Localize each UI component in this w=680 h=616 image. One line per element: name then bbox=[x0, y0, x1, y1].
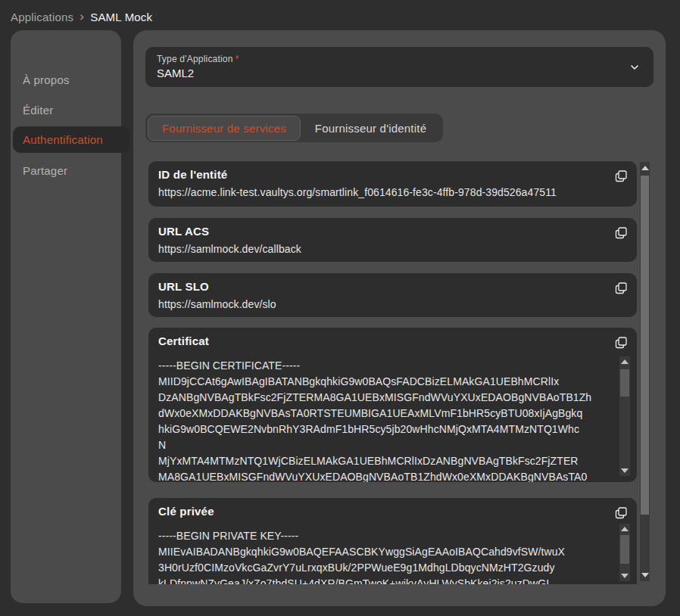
field-private-key-label: Clé privée bbox=[158, 505, 214, 518]
field-private-key: Clé privée -----BEGIN PRIVATE KEY----- M… bbox=[148, 498, 637, 584]
copy-icon[interactable] bbox=[611, 503, 631, 523]
copy-icon[interactable] bbox=[611, 223, 631, 243]
field-acs-url: URL ACS https://samlmock.dev/callback bbox=[148, 218, 637, 262]
certificate-text[interactable]: -----BEGIN CERTIFICATE----- MIID9jCCAt6g… bbox=[158, 358, 611, 482]
fields-scroll-area[interactable]: ID de l'entité https://acme.link-test.va… bbox=[133, 159, 637, 584]
application-type-select[interactable]: Type d'Application* SAML2 bbox=[145, 47, 653, 87]
tab-fournisseur-de-services[interactable]: Fournisseur de services bbox=[148, 116, 301, 141]
breadcrumb-current: SAML Mock bbox=[90, 11, 152, 23]
field-entity-id-value: https://acme.link-test.vaultys.org/smart… bbox=[158, 186, 557, 198]
scroll-up-icon[interactable] bbox=[641, 166, 649, 170]
field-acs-url-value: https://samlmock.dev/callback bbox=[158, 243, 301, 255]
sidebar-item-authentification[interactable]: Authentification bbox=[13, 126, 129, 153]
scroll-down-icon[interactable] bbox=[641, 573, 649, 577]
copy-icon[interactable] bbox=[611, 278, 631, 298]
scroll-up-icon[interactable] bbox=[621, 359, 629, 364]
scroll-down-icon[interactable] bbox=[621, 574, 629, 578]
breadcrumb: Applications › SAML Mock bbox=[11, 8, 152, 25]
sidebar-item-partager[interactable]: Partager bbox=[23, 164, 67, 177]
chevron-down-icon bbox=[629, 62, 640, 73]
scrollbar-thumb[interactable] bbox=[620, 535, 629, 564]
app-screen: Applications › SAML Mock À propos Éditer… bbox=[0, 0, 680, 616]
private-key-scrollbar[interactable] bbox=[619, 524, 630, 581]
copy-icon[interactable] bbox=[611, 166, 631, 186]
sidebar: À propos Éditer Authentification Partage… bbox=[11, 30, 121, 603]
scroll-down-icon[interactable] bbox=[621, 468, 629, 473]
fields-scrollbar[interactable] bbox=[640, 162, 650, 581]
field-slo-url-value: https://samlmock.dev/slo bbox=[158, 298, 276, 310]
certificate-scrollbar[interactable] bbox=[619, 356, 630, 476]
field-acs-url-label: URL ACS bbox=[158, 225, 209, 238]
sidebar-item-editer[interactable]: Éditer bbox=[23, 104, 53, 117]
scrollbar-thumb[interactable] bbox=[620, 369, 629, 397]
breadcrumb-chevron-icon: › bbox=[80, 10, 84, 24]
field-certificate-label: Certificat bbox=[158, 334, 209, 347]
application-type-label: Type d'Application* bbox=[157, 54, 239, 64]
main-panel: Type d'Application* SAML2 Fournisseur de… bbox=[133, 30, 666, 606]
copy-icon[interactable] bbox=[611, 333, 631, 353]
field-entity-id: ID de l'entité https://acme.link-test.va… bbox=[148, 161, 637, 207]
sidebar-item-authentification-label: Authentification bbox=[23, 133, 103, 146]
tab-fournisseur-didentite[interactable]: Fournisseur d'identité bbox=[301, 116, 441, 141]
breadcrumb-link-applications[interactable]: Applications bbox=[11, 11, 73, 23]
field-slo-url: URL SLO https://samlmock.dev/slo bbox=[148, 273, 637, 317]
required-asterisk: * bbox=[236, 54, 239, 64]
scrollbar-thumb[interactable] bbox=[641, 176, 649, 515]
field-certificate: Certificat -----BEGIN CERTIFICATE----- M… bbox=[148, 328, 637, 482]
sidebar-item-a-propos[interactable]: À propos bbox=[23, 73, 70, 86]
provider-tabs: Fournisseur de services Fournisseur d'id… bbox=[145, 114, 443, 142]
scroll-up-icon[interactable] bbox=[621, 527, 629, 531]
private-key-text[interactable]: -----BEGIN PRIVATE KEY----- MIIEvAIBADAN… bbox=[158, 528, 611, 584]
field-entity-id-label: ID de l'entité bbox=[158, 168, 227, 181]
application-type-value: SAML2 bbox=[157, 67, 194, 79]
field-slo-url-label: URL SLO bbox=[158, 280, 209, 293]
